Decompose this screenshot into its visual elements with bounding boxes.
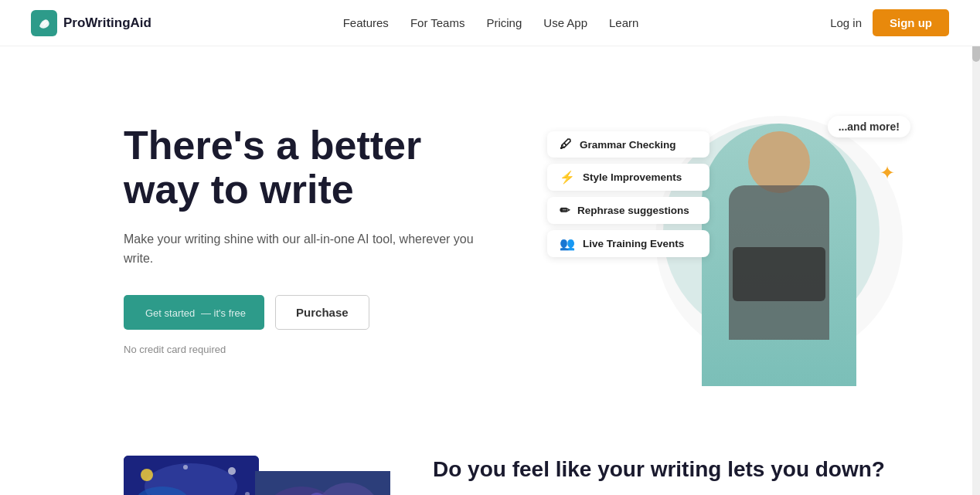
feature-card-style: ⚡ Style Improvements bbox=[547, 164, 709, 191]
nav-links: Features For Teams Pricing Use App Learn bbox=[343, 16, 639, 30]
grammar-icon: 🖊 bbox=[560, 137, 572, 151]
section2-title: Do you feel like your writing lets you d… bbox=[433, 456, 918, 483]
svg-point-5 bbox=[228, 467, 236, 475]
login-button[interactable]: Log in bbox=[830, 16, 862, 29]
rephrase-icon: ✏ bbox=[560, 203, 570, 218]
nav-actions: Log in Sign up bbox=[830, 9, 949, 36]
training-icon: 👥 bbox=[560, 236, 575, 251]
logo-link[interactable]: ProWritingAid bbox=[31, 10, 151, 36]
feature-card-training: 👥 Live Training Events bbox=[547, 230, 709, 257]
svg-point-6 bbox=[183, 465, 188, 470]
purchase-button[interactable]: Purchase bbox=[275, 295, 369, 330]
hero-note: No credit card required bbox=[124, 344, 495, 355]
hero-buttons: Get started — it's free Purchase bbox=[124, 295, 495, 330]
hero-illustration: ...and more! ✦ 🖊 Grammar Checking ⚡ Styl… bbox=[547, 93, 918, 386]
hero-subtitle: Make your writing shine with our all-in-… bbox=[124, 229, 495, 269]
purple-svg bbox=[255, 471, 390, 495]
sparkle-icon: ✦ bbox=[880, 162, 895, 184]
hero-title: There's a better way to write bbox=[124, 124, 495, 212]
person-laptop bbox=[733, 247, 825, 301]
logo-text: ProWritingAid bbox=[63, 15, 151, 31]
section2: My idea in my head Do you feel like your… bbox=[0, 425, 980, 495]
get-started-button[interactable]: Get started — it's free bbox=[124, 295, 264, 330]
more-bubble: ...and more! bbox=[828, 116, 910, 137]
nav-pricing[interactable]: Pricing bbox=[486, 16, 522, 29]
hero-person bbox=[702, 124, 856, 386]
hero-left: There's a better way to write Make your … bbox=[124, 124, 495, 355]
feature-cards: 🖊 Grammar Checking ⚡ Style Improvements … bbox=[547, 131, 709, 257]
section2-images: My idea in my head bbox=[124, 456, 386, 495]
nav-features[interactable]: Features bbox=[343, 16, 389, 29]
logo-icon bbox=[31, 10, 57, 36]
nav-for-teams[interactable]: For Teams bbox=[410, 16, 465, 29]
nav-use-app[interactable]: Use App bbox=[543, 16, 587, 29]
purple-image bbox=[255, 471, 390, 495]
hero-section: There's a better way to write Make your … bbox=[0, 46, 980, 425]
feature-card-rephrase: ✏ Rephrase suggestions bbox=[547, 197, 709, 224]
navbar: ProWritingAid Features For Teams Pricing… bbox=[0, 0, 980, 46]
hero-right: ...and more! ✦ 🖊 Grammar Checking ⚡ Styl… bbox=[547, 93, 918, 386]
starry-svg bbox=[124, 456, 259, 495]
style-icon: ⚡ bbox=[560, 170, 575, 185]
scrollbar[interactable] bbox=[972, 0, 980, 495]
nav-learn[interactable]: Learn bbox=[609, 16, 638, 29]
person-head bbox=[748, 131, 810, 193]
feature-card-grammar: 🖊 Grammar Checking bbox=[547, 131, 709, 158]
svg-point-4 bbox=[141, 469, 153, 481]
starry-image bbox=[124, 456, 259, 495]
signup-button[interactable]: Sign up bbox=[873, 9, 949, 36]
section2-text: Do you feel like your writing lets you d… bbox=[433, 456, 918, 495]
